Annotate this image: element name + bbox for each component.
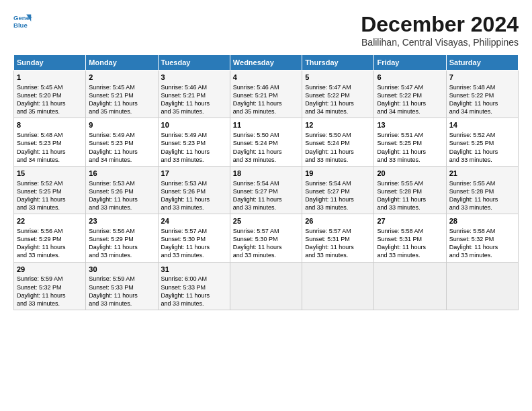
day-number: 29 bbox=[17, 265, 83, 275]
cell-3-2: 16Sunrise: 5:53 AMSunset: 5:26 PMDayligh… bbox=[86, 166, 158, 214]
day-number: 12 bbox=[305, 120, 371, 130]
week-row-1: 1Sunrise: 5:45 AMSunset: 5:20 PMDaylight… bbox=[14, 71, 519, 118]
cell-info-line: Sunrise: 5:47 AM bbox=[305, 83, 371, 91]
cell-info-line: Sunset: 5:32 PM bbox=[17, 283, 83, 291]
day-number: 18 bbox=[233, 169, 299, 179]
logo-icon: General Blue bbox=[13, 12, 32, 31]
cell-2-5: 12Sunrise: 5:50 AMSunset: 5:24 PMDayligh… bbox=[302, 118, 374, 166]
cell-3-4: 18Sunrise: 5:54 AMSunset: 5:27 PMDayligh… bbox=[230, 166, 302, 214]
cell-info-line: Daylight: 11 hours bbox=[161, 148, 227, 156]
header-row: Sunday Monday Tuesday Wednesday Thursday… bbox=[14, 55, 519, 71]
day-number: 25 bbox=[233, 216, 299, 226]
cell-info-line: Daylight: 11 hours bbox=[233, 148, 299, 156]
cell-info-line: Sunrise: 5:57 AM bbox=[305, 227, 371, 235]
cell-info-line: and 33 minutes. bbox=[377, 156, 443, 164]
day-number: 26 bbox=[305, 216, 371, 226]
day-number: 30 bbox=[89, 265, 154, 275]
cell-4-3: 24Sunrise: 5:57 AMSunset: 5:30 PMDayligh… bbox=[158, 214, 230, 262]
cell-1-4: 4Sunrise: 5:46 AMSunset: 5:21 PMDaylight… bbox=[230, 71, 302, 118]
col-monday: Monday bbox=[86, 55, 158, 71]
cell-info-line: Sunset: 5:21 PM bbox=[161, 91, 227, 99]
day-number: 8 bbox=[17, 120, 83, 130]
cell-info-line: Sunset: 5:21 PM bbox=[89, 91, 154, 99]
day-number: 28 bbox=[449, 216, 515, 226]
cell-info-line: Daylight: 11 hours bbox=[89, 195, 154, 203]
day-number: 27 bbox=[377, 216, 443, 226]
cell-info-line: Sunrise: 6:00 AM bbox=[161, 275, 227, 283]
cell-info-line: and 33 minutes. bbox=[89, 300, 154, 308]
cell-info-line: Sunset: 5:33 PM bbox=[161, 283, 227, 291]
cell-info-line: Daylight: 11 hours bbox=[17, 148, 83, 156]
cell-info-line: and 33 minutes. bbox=[89, 251, 154, 259]
cell-info-line: Sunrise: 5:52 AM bbox=[449, 131, 515, 139]
cell-2-1: 8Sunrise: 5:48 AMSunset: 5:23 PMDaylight… bbox=[14, 118, 86, 166]
cell-info-line: Daylight: 11 hours bbox=[161, 291, 227, 300]
cell-3-1: 15Sunrise: 5:52 AMSunset: 5:25 PMDayligh… bbox=[14, 166, 86, 214]
cell-info-line: Sunrise: 5:49 AM bbox=[161, 131, 227, 139]
cell-info-line: Daylight: 11 hours bbox=[89, 243, 154, 251]
cell-info-line: Sunset: 5:22 PM bbox=[305, 91, 371, 99]
cell-info-line: Sunrise: 5:55 AM bbox=[377, 179, 443, 187]
day-number: 6 bbox=[377, 73, 443, 83]
cell-info-line: Sunrise: 5:58 AM bbox=[377, 227, 443, 235]
cell-4-6: 27Sunrise: 5:58 AMSunset: 5:31 PMDayligh… bbox=[374, 214, 446, 262]
calendar-table: Sunday Monday Tuesday Wednesday Thursday… bbox=[13, 54, 519, 310]
cell-info-line: Sunset: 5:30 PM bbox=[161, 235, 227, 243]
cell-info-line: and 33 minutes. bbox=[449, 156, 515, 164]
cell-info-line: Sunset: 5:23 PM bbox=[17, 139, 83, 147]
cell-info-line: and 35 minutes. bbox=[233, 107, 299, 116]
cell-info-line: Sunset: 5:32 PM bbox=[449, 235, 515, 243]
cell-5-1: 29Sunrise: 5:59 AMSunset: 5:32 PMDayligh… bbox=[14, 262, 86, 310]
page: General Blue December 2024 Balilihan, Ce… bbox=[0, 0, 532, 411]
day-number: 7 bbox=[449, 73, 515, 83]
cell-info-line: and 33 minutes. bbox=[161, 251, 227, 259]
cell-info-line: Sunrise: 5:59 AM bbox=[89, 275, 154, 283]
cell-info-line: and 33 minutes. bbox=[89, 203, 154, 212]
cell-info-line: Sunset: 5:23 PM bbox=[89, 139, 154, 147]
cell-info-line: Daylight: 11 hours bbox=[233, 99, 299, 107]
cell-info-line: and 33 minutes. bbox=[161, 156, 227, 164]
cell-info-line: and 33 minutes. bbox=[377, 251, 443, 259]
cell-info-line: Daylight: 11 hours bbox=[449, 195, 515, 203]
cell-info-line: Daylight: 11 hours bbox=[89, 291, 154, 300]
cell-2-6: 13Sunrise: 5:51 AMSunset: 5:25 PMDayligh… bbox=[374, 118, 446, 166]
cell-2-7: 14Sunrise: 5:52 AMSunset: 5:25 PMDayligh… bbox=[446, 118, 518, 166]
cell-info-line: Daylight: 11 hours bbox=[377, 148, 443, 156]
cell-info-line: Sunrise: 5:51 AM bbox=[377, 131, 443, 139]
cell-info-line: Sunset: 5:24 PM bbox=[305, 139, 371, 147]
cell-3-5: 19Sunrise: 5:54 AMSunset: 5:27 PMDayligh… bbox=[302, 166, 374, 214]
cell-info-line: Sunset: 5:24 PM bbox=[233, 139, 299, 147]
day-number: 9 bbox=[89, 120, 154, 130]
cell-1-6: 6Sunrise: 5:47 AMSunset: 5:22 PMDaylight… bbox=[374, 71, 446, 118]
cell-info-line: and 33 minutes. bbox=[305, 251, 371, 259]
cell-info-line: Sunrise: 5:56 AM bbox=[89, 227, 154, 235]
cell-3-7: 21Sunrise: 5:55 AMSunset: 5:28 PMDayligh… bbox=[446, 166, 518, 214]
cell-info-line: Sunset: 5:22 PM bbox=[449, 91, 515, 99]
cell-info-line: Sunset: 5:26 PM bbox=[161, 187, 227, 195]
cell-info-line: Sunset: 5:21 PM bbox=[233, 91, 299, 99]
week-row-2: 8Sunrise: 5:48 AMSunset: 5:23 PMDaylight… bbox=[14, 118, 519, 166]
cell-info-line: and 33 minutes. bbox=[305, 203, 371, 212]
cell-info-line: Sunset: 5:29 PM bbox=[89, 235, 154, 243]
cell-info-line: Sunset: 5:28 PM bbox=[449, 187, 515, 195]
col-tuesday: Tuesday bbox=[158, 55, 230, 71]
cell-4-2: 23Sunrise: 5:56 AMSunset: 5:29 PMDayligh… bbox=[86, 214, 158, 262]
cell-info-line: Sunset: 5:27 PM bbox=[233, 187, 299, 195]
cell-info-line: and 34 minutes. bbox=[305, 107, 371, 116]
cell-5-3: 31Sunrise: 6:00 AMSunset: 5:33 PMDayligh… bbox=[158, 262, 230, 310]
cell-info-line: Sunrise: 5:57 AM bbox=[161, 227, 227, 235]
day-number: 19 bbox=[305, 169, 371, 179]
cell-info-line: Sunrise: 5:45 AM bbox=[17, 83, 83, 91]
cell-info-line: Sunrise: 5:48 AM bbox=[17, 131, 83, 139]
subtitle: Balilihan, Central Visayas, Philippines bbox=[361, 37, 519, 48]
logo: General Blue bbox=[13, 12, 32, 31]
cell-info-line: and 34 minutes. bbox=[377, 107, 443, 116]
week-row-5: 29Sunrise: 5:59 AMSunset: 5:32 PMDayligh… bbox=[14, 262, 519, 310]
cell-info-line: and 33 minutes. bbox=[161, 203, 227, 212]
cell-info-line: Daylight: 11 hours bbox=[161, 195, 227, 203]
cell-info-line: Daylight: 11 hours bbox=[89, 99, 154, 107]
cell-info-line: Sunset: 5:31 PM bbox=[305, 235, 371, 243]
cell-4-5: 26Sunrise: 5:57 AMSunset: 5:31 PMDayligh… bbox=[302, 214, 374, 262]
cell-5-2: 30Sunrise: 5:59 AMSunset: 5:33 PMDayligh… bbox=[86, 262, 158, 310]
cell-info-line: and 33 minutes. bbox=[17, 251, 83, 259]
